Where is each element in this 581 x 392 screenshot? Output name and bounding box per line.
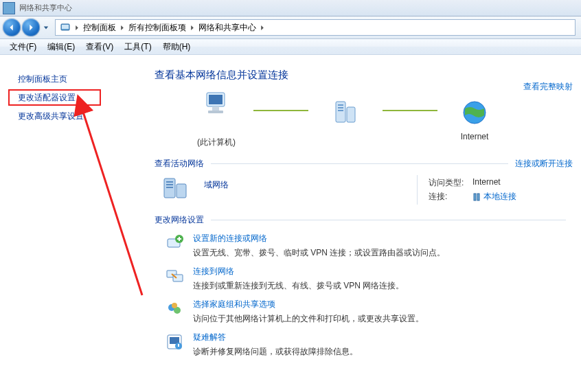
node-this-computer: . (此计算机) <box>182 89 251 148</box>
content: 查看基本网络信息并设置连接 查看完整映射 . (此计算机) <box>142 55 581 392</box>
task-new-connection: 设置新的连接或网络 设置无线、宽带、拨号、临时或 VPN 连接；或设置路由器或访… <box>164 233 573 259</box>
topo-link-line <box>383 110 437 111</box>
svg-rect-10 <box>338 110 343 111</box>
domain-network-icon <box>161 175 194 204</box>
connection-label: 连接: <box>429 191 472 203</box>
chevron-right-icon[interactable] <box>189 25 196 31</box>
svg-rect-3 <box>209 95 223 104</box>
svg-rect-18 <box>474 194 476 200</box>
network-details: 访问类型: Internet 连接: 本地连接 <box>417 175 573 205</box>
forward-button[interactable] <box>22 19 40 36</box>
app-icon <box>3 2 15 14</box>
new-connection-icon <box>164 233 185 253</box>
breadcrumb-all-items[interactable]: 所有控制面板项 <box>126 20 189 35</box>
task-new-connection-link[interactable]: 设置新的连接或网络 <box>193 233 267 244</box>
node-this-computer-label: (此计算机) <box>197 137 236 148</box>
network-tower-icon <box>329 96 362 129</box>
svg-point-26 <box>172 303 177 308</box>
divider <box>211 220 566 220</box>
svg-rect-7 <box>347 107 355 122</box>
troubleshoot-icon <box>164 332 185 352</box>
svg-rect-17 <box>166 187 173 188</box>
title-bar: 网络和共享中心 <box>0 0 581 16</box>
divider <box>211 163 508 164</box>
sidebar: 控制面板主页 更改适配器设置 更改高级共享设置 <box>0 55 142 392</box>
chevron-right-icon[interactable] <box>259 25 266 31</box>
breadcrumb-control-panel[interactable]: 控制面板 <box>80 20 119 35</box>
chevron-right-icon[interactable] <box>119 25 126 31</box>
connect-network-icon <box>164 266 185 286</box>
sidebar-home[interactable]: 控制面板主页 <box>0 70 142 89</box>
node-internet-label: Internet <box>461 132 489 141</box>
task-connect-network-link[interactable]: 连接到网络 <box>193 266 234 277</box>
menu-help[interactable]: 帮助(H) <box>159 40 195 54</box>
connection-link[interactable]: 本地连接 <box>472 191 516 203</box>
globe-icon <box>458 96 491 129</box>
svg-rect-1 <box>62 25 69 29</box>
svg-rect-16 <box>166 184 173 185</box>
access-type-label: 访问类型: <box>429 177 472 189</box>
menu-file[interactable]: 文件(F) <box>5 40 41 54</box>
network-name: 域网络 <box>204 179 229 191</box>
task-troubleshoot: 疑难解答 诊断并修复网络问题，或获得故障排除信息。 <box>164 332 573 358</box>
svg-rect-19 <box>477 194 479 200</box>
svg-rect-15 <box>166 181 173 183</box>
svg-rect-14 <box>176 184 186 198</box>
network-map: . (此计算机) <box>182 89 573 148</box>
computer-icon <box>200 89 233 122</box>
sidebar-advanced-sharing[interactable]: 更改高级共享设置 <box>0 107 142 126</box>
breadcrumb-network-center[interactable]: 网络和共享中心 <box>196 20 259 35</box>
svg-rect-5 <box>208 111 223 113</box>
task-troubleshoot-link[interactable]: 疑难解答 <box>193 332 226 343</box>
chevron-right-icon[interactable] <box>73 25 80 31</box>
control-panel-icon <box>60 22 71 33</box>
page-title: 查看基本网络信息并设置连接 <box>155 69 573 82</box>
connection-link-text: 本地连接 <box>483 191 516 203</box>
node-internet: Internet <box>440 96 509 141</box>
window-title: 网络和共享中心 <box>19 3 72 13</box>
svg-rect-9 <box>338 107 343 108</box>
svg-rect-4 <box>212 106 219 111</box>
menu-view[interactable]: 查看(V) <box>82 40 117 54</box>
task-homegroup: 选择家庭组和共享选项 访问位于其他网络计算机上的文件和打印机，或更改共享设置。 <box>164 299 573 325</box>
address-bar[interactable]: 控制面板 所有控制面板项 网络和共享中心 <box>55 19 576 36</box>
task-homegroup-desc: 访问位于其他网络计算机上的文件和打印机，或更改共享设置。 <box>193 313 424 325</box>
sidebar-adapter-settings[interactable]: 更改适配器设置 <box>0 89 142 107</box>
section-active-networks: 查看活动网络 连接或断开连接 <box>155 158 573 170</box>
svg-rect-8 <box>338 104 343 106</box>
section-change-settings-label: 更改网络设置 <box>155 214 204 226</box>
node-network <box>311 96 380 141</box>
body: 控制面板主页 更改适配器设置 更改高级共享设置 查看基本网络信息并设置连接 查看… <box>0 55 581 392</box>
task-homegroup-link[interactable]: 选择家庭组和共享选项 <box>193 299 275 310</box>
active-network-row: 域网络 访问类型: Internet 连接: 本地连接 <box>161 175 573 205</box>
nav-bar: 控制面板 所有控制面板项 网络和共享中心 <box>0 16 581 39</box>
topo-link-line <box>253 110 308 111</box>
task-connect-network-desc: 连接到或重新连接到无线、有线、拨号或 VPN 网络连接。 <box>193 280 404 292</box>
access-type-value: Internet <box>472 177 501 189</box>
section-change-settings: 更改网络设置 <box>155 214 573 226</box>
task-connect-network: 连接到网络 连接到或重新连接到无线、有线、拨号或 VPN 网络连接。 <box>164 266 573 292</box>
menu-bar: 文件(F) 编辑(E) 查看(V) 工具(T) 帮助(H) <box>0 39 581 55</box>
back-button[interactable] <box>3 19 21 36</box>
section-active-networks-label: 查看活动网络 <box>155 158 204 170</box>
homegroup-icon <box>164 299 185 319</box>
menu-edit[interactable]: 编辑(E) <box>43 40 79 54</box>
history-dropdown[interactable] <box>41 19 51 36</box>
task-new-connection-desc: 设置无线、宽带、拨号、临时或 VPN 连接；或设置路由器或访问点。 <box>193 247 445 259</box>
connect-disconnect-link[interactable]: 连接或断开连接 <box>515 158 573 170</box>
menu-tools[interactable]: 工具(T) <box>120 40 155 54</box>
task-troubleshoot-desc: 诊断并修复网络问题，或获得故障排除信息。 <box>193 346 358 358</box>
